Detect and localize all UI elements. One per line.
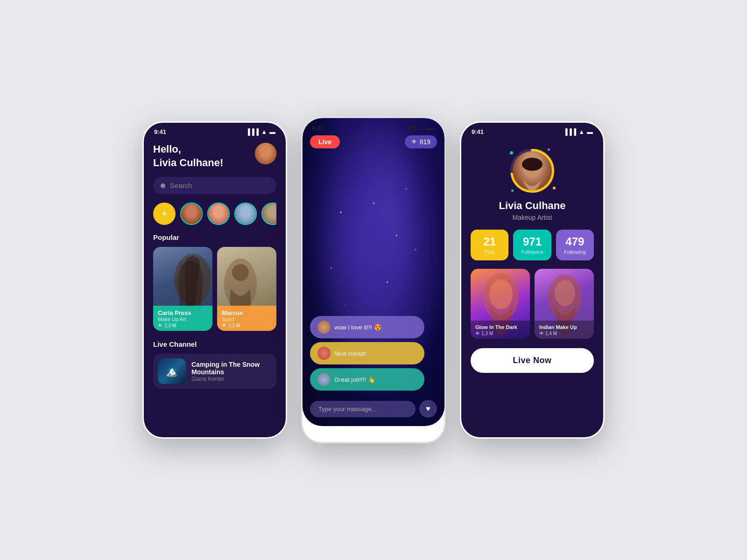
signal-icon-3: ▐▐▐ xyxy=(563,128,576,135)
chat-msg-2: Nice colour! xyxy=(334,350,366,357)
user-avatar[interactable] xyxy=(255,143,276,164)
status-icons-3: ▐▐▐ ▲ ▬ xyxy=(563,128,593,135)
phone3-content: Livia Culhane Makeup Artist 21 Post 971 … xyxy=(461,138,603,382)
search-icon xyxy=(161,183,165,188)
viewer-count: 819 xyxy=(420,138,430,146)
channel-thumbnail: 🏔️ xyxy=(158,358,186,384)
time-2: 9:41 xyxy=(312,125,324,132)
status-bar-1: 9:41 ▐▐▐ ▲ ▬ xyxy=(144,123,286,138)
popular-section-label: Popular xyxy=(153,233,276,241)
eye-icon-1: 👁 xyxy=(158,323,162,328)
gallery-row: Glow In The Dark 👁 1,3 M xyxy=(471,269,594,339)
card2-subtitle: Sport xyxy=(222,316,272,322)
battery-icon-3: ▬ xyxy=(587,128,593,135)
phone2-status: 9:41 ▐▐▐ ▲ ▬▬ xyxy=(303,118,444,135)
gallery-views-2: 👁 1,4 M xyxy=(539,331,589,336)
card2-views: 👁 2,1 M xyxy=(222,323,272,328)
chat-bubble-3: Great job!!!! 👆 xyxy=(310,368,424,391)
svg-point-1 xyxy=(176,262,204,301)
gallery-title-1: Glow In The Dark xyxy=(475,324,525,330)
live-badge: Live xyxy=(310,135,340,148)
greeting-line1: Hello, xyxy=(153,143,223,156)
svg-point-9 xyxy=(489,280,513,309)
live-now-button[interactable]: Live Now xyxy=(471,348,594,373)
heart-button[interactable]: ♥ xyxy=(419,400,437,418)
message-input[interactable]: Type your massage... xyxy=(310,401,416,417)
profile-center: Livia Culhane Makeup Artist xyxy=(471,147,594,221)
signal-icon: ▐▐▐ xyxy=(246,128,259,135)
phone-2: 9:41 ▐▐▐ ▲ ▬▬ Live 👁 819 xyxy=(301,117,446,443)
channel-title: Camping in The Snow Mountains xyxy=(191,361,272,376)
battery-icon: ▬ xyxy=(269,128,275,135)
gallery-views-1: 👁 1,3 M xyxy=(475,331,525,336)
chat-bubble-2: Nice colour! xyxy=(310,342,424,364)
story-4[interactable] xyxy=(261,203,276,225)
gallery-card-2[interactable]: Indian Make Up 👁 1,4 M xyxy=(535,269,594,339)
chat-bubble-1: wow i love it!!! 😍 xyxy=(310,316,424,338)
eye-icon-g2: 👁 xyxy=(539,331,544,336)
svg-point-3 xyxy=(232,264,249,281)
popular-grid: Carla Press Make Up Art 👁 2,3 M xyxy=(153,247,276,331)
phone1-content: Hello, Livia Culhane! Search + Popular xyxy=(144,138,286,398)
profile-name: Livia Culhane xyxy=(499,200,565,212)
stat-following: 479 Following xyxy=(556,230,594,260)
viewer-badge: 👁 819 xyxy=(405,135,437,148)
svg-point-11 xyxy=(555,280,575,306)
live-channel-label: Live Channel xyxy=(153,340,276,348)
stories-row: + xyxy=(153,203,276,225)
live-channel-card[interactable]: 🏔️ Camping in The Snow Mountains Giana K… xyxy=(153,354,276,389)
card1-overlay: Carla Press Make Up Art 👁 2,3 M xyxy=(153,306,212,331)
stats-row: 21 Post 971 Followers 479 Following xyxy=(471,230,594,260)
time-1: 9:41 xyxy=(154,128,166,135)
gallery-overlay-1: Glow In The Dark 👁 1,3 M xyxy=(471,321,530,339)
wifi-icon: ▲ xyxy=(261,128,267,135)
stat-followers: 971 Followers xyxy=(513,230,551,260)
status-bar-3: 9:41 ▐▐▐ ▲ ▬ xyxy=(461,123,603,138)
chat-msg-3: Great job!!!! 👆 xyxy=(334,376,375,383)
eye-icon-live: 👁 xyxy=(411,139,417,145)
card2-name: Marcus xyxy=(222,309,272,316)
add-story-button[interactable]: + xyxy=(153,203,176,225)
phones-container: 9:41 ▐▐▐ ▲ ▬ Hello, Livia Culhane! Searc… xyxy=(142,117,605,443)
greeting-text: Hello, Livia Culhane! xyxy=(153,143,223,169)
card1-subtitle: Make Up Art xyxy=(158,316,208,322)
phone-1: 9:41 ▐▐▐ ▲ ▬ Hello, Livia Culhane! Searc… xyxy=(142,121,287,439)
stat-followers-num: 971 xyxy=(517,235,547,248)
stat-followers-label: Followers xyxy=(517,249,547,255)
avatar-face xyxy=(255,143,276,164)
story-2[interactable] xyxy=(207,203,230,225)
signal-icon-2: ▐▐▐ xyxy=(407,126,416,131)
svg-point-7 xyxy=(522,158,543,171)
stat-post: 21 Post xyxy=(471,230,508,260)
stat-following-label: Following xyxy=(560,249,590,255)
stat-following-num: 479 xyxy=(560,235,590,248)
stat-post-label: Post xyxy=(474,249,505,255)
profile-avatar xyxy=(513,151,552,190)
profile-ring xyxy=(509,147,556,194)
popular-card-2[interactable]: Marcus Sport 👁 2,1 M xyxy=(217,247,276,331)
battery-icon-2: ▬▬ xyxy=(426,126,435,131)
search-label: Search xyxy=(170,182,192,189)
chat-avatar-3 xyxy=(317,373,331,386)
story-3[interactable] xyxy=(234,203,257,225)
stat-post-num: 21 xyxy=(474,235,505,248)
channel-author: Giana Kenter xyxy=(191,376,272,382)
live-controls: Live 👁 819 xyxy=(303,135,444,152)
chat-avatar-1 xyxy=(317,321,331,334)
profile-role: Makeup Artist xyxy=(513,214,552,221)
search-bar[interactable]: Search xyxy=(153,177,276,194)
story-1[interactable] xyxy=(180,203,203,225)
gallery-card-1[interactable]: Glow In The Dark 👁 1,3 M xyxy=(471,269,530,339)
channel-info: Camping in The Snow Mountains Giana Kent… xyxy=(191,361,272,382)
popular-card-1[interactable]: Carla Press Make Up Art 👁 2,3 M xyxy=(153,247,212,331)
phone2-content: 9:41 ▐▐▐ ▲ ▬▬ Live 👁 819 xyxy=(303,118,444,426)
gallery-title-2: Indian Make Up xyxy=(539,324,589,330)
status-icons-2: ▐▐▐ ▲ ▬▬ xyxy=(407,126,435,131)
time-3: 9:41 xyxy=(472,128,484,135)
eye-icon-g1: 👁 xyxy=(475,331,480,336)
chat-avatar-2 xyxy=(317,347,331,360)
wifi-icon-3: ▲ xyxy=(578,128,585,135)
chat-msg-1: wow i love it!!! 😍 xyxy=(334,324,381,331)
chat-area: wow i love it!!! 😍 Nice colour! Great jo… xyxy=(303,152,444,395)
phone2-inner: 9:41 ▐▐▐ ▲ ▬▬ Live 👁 819 xyxy=(303,118,444,426)
